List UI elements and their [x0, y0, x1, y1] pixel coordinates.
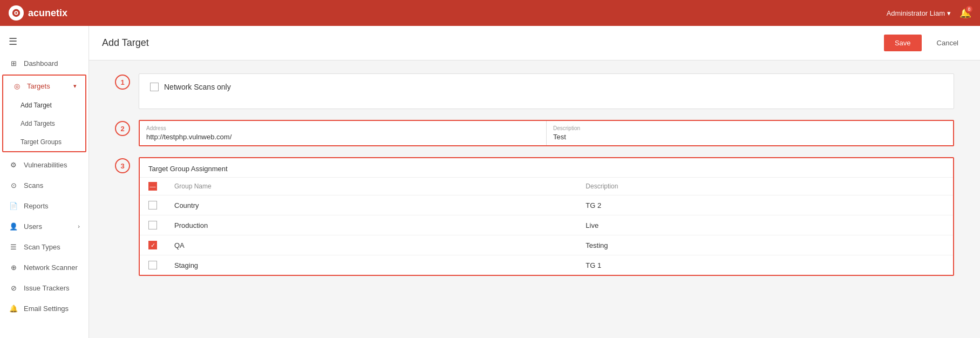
network-scans-checkbox[interactable] — [150, 83, 159, 91]
chevron-down-icon: ▾ — [73, 83, 77, 90]
notification-badge: 8 — [965, 5, 974, 13]
network-scans-label: Network Scans only — [164, 83, 231, 91]
sidebar-item-targets[interactable]: ◎ Targets ▾ — [3, 76, 85, 96]
sidebar-label-reports: Reports — [24, 202, 80, 210]
logo-text: acunetix — [28, 8, 67, 19]
table-row: QATesting — [140, 235, 953, 255]
sidebar-item-users[interactable]: 👤 Users › — [0, 216, 89, 236]
sidebar-label-target-groups: Target Groups — [21, 138, 62, 146]
page-header: Add Target Save Cancel — [89, 26, 980, 60]
sidebar-label-targets: Targets — [27, 82, 68, 90]
address-input[interactable] — [146, 133, 540, 141]
sidebar-item-network-scanner[interactable]: ⊕ Network Scanner — [0, 257, 89, 278]
row-checkbox-1[interactable] — [148, 221, 157, 229]
step-2-circle: 2 — [115, 121, 130, 136]
col-description: Description — [577, 178, 953, 195]
sidebar-label-scans: Scans — [24, 181, 80, 190]
description-cell: TG 1 — [577, 255, 953, 275]
step-1-circle: 1 — [115, 75, 130, 90]
logo-icon — [9, 5, 24, 21]
tga-title: Target Group Assignment — [140, 158, 953, 178]
description-label: Description — [553, 125, 947, 131]
description-cell: Live — [577, 215, 953, 235]
notification-bell[interactable]: 🔔 8 — [959, 7, 971, 19]
sidebar-item-target-groups[interactable]: Target Groups — [3, 133, 85, 151]
address-label: Address — [146, 125, 540, 131]
sidebar-toggle[interactable]: ☰ — [0, 30, 89, 53]
sidebar-item-vulnerabilities[interactable]: ⚙ Vulnerabilities — [0, 154, 89, 175]
group-name-cell: QA — [166, 235, 577, 255]
user-label: Administrator Liam — [887, 9, 945, 17]
step-3-circle: 3 — [115, 158, 130, 173]
sidebar-label-email-settings: Email Settings — [24, 305, 80, 313]
row-checkbox-3[interactable] — [148, 261, 157, 269]
sidebar-item-issue-trackers[interactable]: ⊘ Issue Trackers — [0, 278, 89, 298]
sidebar-item-scans[interactable]: ⊙ Scans — [0, 175, 89, 195]
dashboard-icon: ⊞ — [9, 58, 18, 68]
scans-icon: ⊙ — [9, 180, 18, 190]
network-scanner-icon: ⊕ — [9, 262, 18, 272]
row-checkbox-2[interactable] — [148, 241, 157, 249]
scan-types-icon: ☰ — [9, 242, 18, 252]
users-icon: 👤 — [9, 221, 18, 231]
target-icon: ◎ — [12, 81, 22, 91]
description-cell: TG 2 — [577, 195, 953, 215]
table-row: ProductionLive — [140, 215, 953, 235]
sidebar-item-dashboard[interactable]: ⊞ Dashboard — [0, 53, 89, 73]
save-button[interactable]: Save — [884, 35, 922, 51]
topbar: acunetix Administrator Liam ▾ 🔔 8 — [0, 0, 980, 26]
main-content: Add Target Save Cancel 1 Network Scans o… — [89, 26, 980, 338]
address-field[interactable]: Address — [140, 121, 547, 145]
sidebar-label-vulnerabilities: Vulnerabilities — [24, 161, 80, 169]
chevron-right-icon: › — [78, 223, 80, 229]
sidebar-label-issue-trackers: Issue Trackers — [24, 284, 80, 292]
email-settings-icon: 🔔 — [9, 303, 18, 313]
sidebar-label-add-target: Add Target — [21, 102, 52, 109]
sidebar-item-scan-types[interactable]: ☰ Scan Types — [0, 236, 89, 257]
user-menu[interactable]: Administrator Liam ▾ — [887, 9, 951, 17]
reports-icon: 📄 — [9, 201, 18, 211]
vulnerabilities-icon: ⚙ — [9, 160, 18, 170]
page-title: Add Target — [102, 37, 149, 49]
group-name-cell: Staging — [166, 255, 577, 275]
sidebar-item-add-target[interactable]: Add Target — [3, 96, 85, 114]
table-row: StagingTG 1 — [140, 255, 953, 275]
topbar-right: Administrator Liam ▾ 🔔 8 — [887, 7, 971, 19]
sidebar-label-dashboard: Dashboard — [24, 59, 80, 67]
description-input[interactable] — [553, 133, 947, 141]
select-all-checkbox[interactable] — [148, 182, 157, 191]
form-area: 1 Network Scans only 2 Address — [89, 60, 980, 289]
svg-point-2 — [15, 12, 17, 14]
table-row: CountryTG 2 — [140, 195, 953, 215]
sidebar-item-email-settings[interactable]: 🔔 Email Settings — [0, 298, 89, 319]
chevron-down-icon: ▾ — [947, 9, 951, 17]
sidebar-label-add-targets: Add Targets — [21, 120, 55, 127]
sidebar-item-reports[interactable]: 📄 Reports — [0, 195, 89, 216]
cancel-button[interactable]: Cancel — [928, 35, 967, 51]
row-checkbox-0[interactable] — [148, 201, 157, 209]
sidebar-label-users: Users — [24, 222, 72, 231]
sidebar-label-scan-types: Scan Types — [24, 243, 80, 251]
description-cell: Testing — [577, 235, 953, 255]
description-field[interactable]: Description — [547, 121, 953, 145]
network-scans-row: Network Scans only — [150, 83, 943, 91]
tga-table: Group Name Description CountryTG 2Produc… — [140, 178, 953, 275]
group-name-cell: Production — [166, 215, 577, 235]
issue-trackers-icon: ⊘ — [9, 283, 18, 293]
logo: acunetix — [9, 5, 67, 21]
sidebar-item-add-targets[interactable]: Add Targets — [3, 114, 85, 133]
group-name-cell: Country — [166, 195, 577, 215]
col-group-name: Group Name — [166, 178, 577, 195]
sidebar-label-network-scanner: Network Scanner — [24, 263, 80, 272]
header-actions: Save Cancel — [884, 35, 967, 51]
sidebar: ☰ ⊞ Dashboard ◎ Targets ▾ Add Target Add… — [0, 26, 89, 338]
